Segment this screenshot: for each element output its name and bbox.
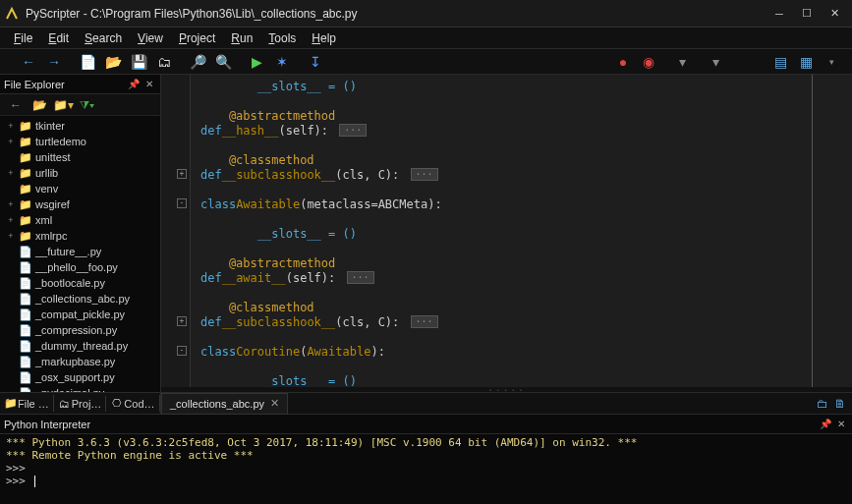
sidebar-tab-code[interactable]: ⎔Cod… — [106, 395, 159, 412]
tree-folder[interactable]: 📁unittest — [0, 149, 160, 165]
layout-dropdown[interactable]: ▾ — [821, 51, 842, 73]
tab-action-2[interactable]: 🗎 — [834, 397, 846, 411]
title-text: PyScripter - C:\Program Files\Python36\L… — [26, 7, 766, 21]
save-all-button[interactable]: 🗂 — [153, 51, 175, 73]
tree-file[interactable]: 📄_dummy_thread.py — [0, 338, 160, 354]
tree-file[interactable]: 📄_osx_support.py — [0, 369, 160, 385]
interpreter-prompt-active[interactable]: >>> — [6, 475, 846, 487]
fold-marker[interactable]: + — [177, 316, 187, 326]
code-region[interactable]: __slots__ = () @abstractmethod def __has… — [191, 75, 813, 387]
python-file-icon: 📄 — [18, 261, 33, 274]
tree-file[interactable]: 📄_bootlocale.py — [0, 275, 160, 291]
code-editor[interactable]: +-+-+++ __slots__ = () @abstractmethod d… — [161, 75, 852, 387]
gutter[interactable]: +-+-+++ — [161, 75, 191, 387]
code-line[interactable]: __slots__ = () — [200, 373, 812, 387]
tree-file[interactable]: 📄__future__.py — [0, 244, 160, 259]
forward-button[interactable]: → — [43, 51, 65, 73]
code-line[interactable] — [200, 329, 812, 344]
fold-marker[interactable]: + — [177, 169, 187, 179]
caret — [34, 476, 35, 487]
menu-tools[interactable]: Tools — [260, 29, 304, 47]
menu-run[interactable]: Run — [223, 29, 260, 47]
code-line[interactable]: class Coroutine(Awaitable): — [200, 344, 812, 359]
code-line[interactable] — [200, 182, 812, 196]
tree-folder[interactable]: +📁xmlrpc — [0, 228, 160, 244]
pin-icon[interactable]: 📌 — [127, 78, 141, 91]
python-file-icon: 📄 — [18, 293, 33, 306]
nav-back-button[interactable]: ← — [5, 96, 27, 114]
find-in-files-button[interactable]: 🔍 — [212, 51, 234, 73]
dropdown-2[interactable]: ▾ — [705, 51, 726, 73]
code-line[interactable] — [200, 211, 812, 226]
editor-tab-active[interactable]: _collections_abc.py ✕ — [161, 393, 288, 415]
code-line[interactable] — [200, 93, 812, 108]
close-icon[interactable]: ✕ — [142, 78, 156, 91]
run-button[interactable]: ▶ — [246, 51, 267, 73]
code-line[interactable]: def __subclasshook__(cls, C): ··· — [200, 167, 812, 182]
sidebar-tab-file[interactable]: 📁File … — [0, 395, 54, 412]
record-button[interactable]: ● — [612, 51, 634, 73]
menu-help[interactable]: Help — [304, 29, 344, 47]
folder-open-icon[interactable]: 📂 — [28, 96, 50, 114]
interpreter-output[interactable]: *** Python 3.6.3 (v3.6.3:2c5fed8, Oct 3 … — [0, 434, 852, 489]
debug-button[interactable]: ✶ — [271, 51, 293, 73]
tree-file[interactable]: 📄_compat_pickle.py — [0, 307, 160, 322]
close-icon[interactable]: ✕ — [834, 418, 848, 431]
menu-view[interactable]: View — [130, 29, 171, 47]
code-line[interactable]: class Awaitable(metaclass=ABCMeta): — [200, 196, 812, 211]
fold-marker[interactable]: - — [177, 346, 187, 356]
code-line[interactable] — [200, 241, 812, 255]
layout-grid-button[interactable]: ▦ — [795, 51, 817, 73]
filter-icon[interactable]: ⧩▾ — [76, 96, 97, 114]
tree-file[interactable]: 📄_collections_abc.py — [0, 291, 160, 307]
code-line[interactable]: @classmethod — [200, 152, 812, 167]
search-button[interactable]: 🔎 — [187, 51, 208, 73]
tree-folder[interactable]: +📁urllib — [0, 165, 160, 181]
interpreter-line: *** Remote Python engine is active *** — [6, 449, 846, 462]
tree-file[interactable]: 📄_pydecimal.py — [0, 385, 160, 392]
tree-file[interactable]: 📄_compression.py — [0, 322, 160, 338]
save-file-button[interactable]: 💾 — [128, 51, 149, 73]
code-line[interactable]: def __hash__(self): ··· — [200, 123, 812, 138]
breakpoint-button[interactable]: ◉ — [638, 51, 659, 73]
code-line[interactable]: @abstractmethod — [200, 255, 812, 270]
folder-icon[interactable]: 📁▾ — [52, 96, 74, 114]
code-line[interactable]: __slots__ = () — [200, 79, 812, 93]
tree-file[interactable]: 📄__phello__foo.py — [0, 259, 160, 275]
back-button[interactable]: ← — [18, 51, 39, 73]
menu-file[interactable]: File — [6, 29, 40, 47]
close-button[interactable]: ✕ — [821, 3, 848, 25]
close-icon[interactable]: ✕ — [270, 397, 279, 410]
pin-icon[interactable]: 📌 — [819, 418, 832, 431]
code-line[interactable] — [200, 138, 812, 152]
code-line[interactable]: @classmethod — [200, 300, 812, 314]
tree-file[interactable]: 📄_markupbase.py — [0, 354, 160, 369]
code-line[interactable]: __slots__ = () — [200, 226, 812, 241]
tab-action-1[interactable]: 🗀 — [817, 397, 828, 411]
menu-search[interactable]: Search — [77, 29, 130, 47]
dropdown-1[interactable]: ▾ — [671, 51, 693, 73]
tree-folder[interactable]: +📁tkinter — [0, 118, 160, 134]
file-tree[interactable]: +📁tkinter+📁turtledemo📁unittest+📁urllib📁v… — [0, 116, 160, 392]
maximize-button[interactable]: ☐ — [793, 3, 821, 25]
code-line[interactable]: @abstractmethod — [200, 108, 812, 123]
tree-folder[interactable]: +📁turtledemo — [0, 134, 160, 149]
code-line[interactable]: def __await__(self): ··· — [200, 270, 812, 285]
code-line[interactable]: def __subclasshook__(cls, C): ··· — [200, 314, 812, 329]
tree-label: unittest — [35, 151, 70, 163]
editor-pane: +-+-+++ __slots__ = () @abstractmethod d… — [161, 75, 852, 414]
minimize-button[interactable]: ─ — [766, 3, 793, 25]
menu-project[interactable]: Project — [171, 29, 223, 47]
tree-folder[interactable]: +📁wsgiref — [0, 196, 160, 212]
open-file-button[interactable]: 📂 — [102, 51, 124, 73]
code-line[interactable] — [200, 359, 812, 373]
tree-folder[interactable]: 📁venv — [0, 181, 160, 196]
tree-folder[interactable]: +📁xml — [0, 212, 160, 228]
layout-list-button[interactable]: ▤ — [769, 51, 791, 73]
sidebar-tab-project[interactable]: 🗂Proj… — [54, 396, 107, 412]
new-file-button[interactable]: 📄 — [77, 51, 98, 73]
code-line[interactable] — [200, 285, 812, 300]
step-button[interactable]: ↧ — [305, 51, 326, 73]
menu-edit[interactable]: Edit — [40, 29, 77, 47]
fold-marker[interactable]: - — [177, 198, 187, 208]
